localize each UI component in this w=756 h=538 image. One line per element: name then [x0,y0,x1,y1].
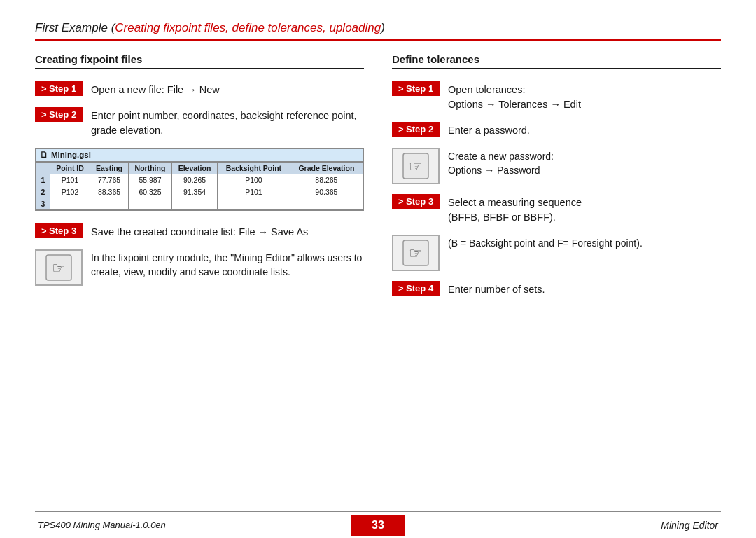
cell-elevation: 90.265 [172,174,217,186]
left-step2-text: Enter point number, coordinates, backsig… [91,107,364,138]
right-step3-row: > Step 3 Select a measuring sequence(BFF… [392,194,721,225]
cell-northing: 55.987 [129,174,172,186]
col-elevation: Elevation [172,163,217,174]
left-step1-row: > Step 1 Open a new file: File → New [35,81,364,97]
cell-elevation: 91.354 [172,186,217,198]
row-num: 3 [36,198,50,210]
cell-grade [290,198,363,210]
content-columns: Creating fixpoint files > Step 1 Open a … [35,53,721,504]
right-step1-text: Open tolerances:Options → Tolerances → E… [448,81,581,112]
cell-elevation [172,198,217,210]
table-row: 1 P101 77.765 55.987 90.265 P100 88.265 [36,174,363,186]
hand-icon-right1: ☞ [392,148,440,184]
cell-pointid: P102 [50,186,90,198]
svg-text:☞: ☞ [52,259,66,277]
right-note1-text: Create a new password:Options → Password [448,148,554,178]
col-backsight: Backsight Point [218,163,290,174]
svg-text:☞: ☞ [409,244,423,262]
right-step1-row: > Step 1 Open tolerances:Options → Toler… [392,81,721,112]
left-step3-text: Save the created coordinate list: File →… [91,223,308,240]
gsi-table-container: 🗋 Mining.gsi Point ID Easting Northing E… [35,148,364,211]
right-step2-text: Enter a password. [448,122,530,138]
cell-pointid: P101 [50,174,90,186]
right-note2-row: ☞ (B = Backsight point and F= Foresight … [392,235,721,271]
cell-easting [90,198,129,210]
title-plain: First Example ( [35,21,115,34]
table-row: 3 [36,198,363,210]
title-end: ) [381,21,385,34]
cell-easting: 77.765 [90,174,129,186]
page-header: First Example (Creating fixpoint files, … [35,21,721,41]
footer-center: 33 [351,515,405,536]
footer-left: TPS400 Mining Manual-1.0.0en [35,520,351,530]
column-right: Define tolerances > Step 1 Open toleranc… [392,53,721,504]
row-num: 1 [36,174,50,186]
cell-northing [129,198,172,210]
table-row: 2 P102 88.365 60.325 91.354 P101 90.365 [36,186,363,198]
cell-backsight: P101 [218,186,290,198]
right-note1-row: ☞ Create a new password:Options → Passwo… [392,148,721,184]
right-step4-row: > Step 4 Enter number of sets. [392,281,721,297]
right-column-heading: Define tolerances [392,53,721,69]
right-step3-badge: > Step 3 [392,194,440,209]
right-step4-text: Enter number of sets. [448,281,545,297]
cell-pointid [50,198,90,210]
col-easting: Easting [90,163,129,174]
col-grade: Grade Elevation [290,163,363,174]
col-blank [36,163,50,174]
gsi-icon: 🗋 [40,150,48,160]
hand-icon-right2: ☞ [392,235,440,271]
left-step3-badge: > Step 3 [35,223,83,238]
right-note2-text: (B = Backsight point and F= Foresight po… [448,235,643,250]
title-red: Creating fixpoint files, define toleranc… [115,21,381,34]
left-column-heading: Creating fixpoint files [35,53,364,69]
right-step4-badge: > Step 4 [392,281,440,296]
gsi-title: Mining.gsi [51,151,91,159]
cell-grade: 90.365 [290,186,363,198]
col-pointid: Point ID [50,163,90,174]
right-step1-badge: > Step 1 [392,81,440,96]
page-footer: TPS400 Mining Manual-1.0.0en 33 Mining E… [35,511,721,538]
left-note-text: In the fixpoint entry module, the "Minin… [91,249,364,280]
right-step2-badge: > Step 2 [392,122,440,137]
gsi-title-bar: 🗋 Mining.gsi [36,149,363,162]
left-step1-text: Open a new file: File → New [91,81,220,97]
gsi-table: Point ID Easting Northing Elevation Back… [36,162,363,210]
svg-text:☞: ☞ [409,158,423,175]
cell-backsight [218,198,290,210]
row-num: 2 [36,186,50,198]
left-note-row: ☞ In the fixpoint entry module, the "Min… [35,249,364,286]
cell-backsight: P100 [218,174,290,186]
page-title: First Example (Creating fixpoint files, … [35,21,721,35]
right-step2-row: > Step 2 Enter a password. [392,122,721,138]
left-step3-row: > Step 3 Save the created coordinate lis… [35,223,364,240]
left-step2-badge: > Step 2 [35,107,83,122]
hand-icon-left: ☞ [35,249,83,286]
column-left: Creating fixpoint files > Step 1 Open a … [35,53,364,504]
page-container: First Example (Creating fixpoint files, … [0,0,756,538]
cell-easting: 88.365 [90,186,129,198]
right-step3-text: Select a measuring sequence(BFFB, BFBF o… [448,194,582,225]
left-step2-row: > Step 2 Enter point number, coordinates… [35,107,364,138]
col-northing: Northing [129,163,172,174]
left-step1-badge: > Step 1 [35,81,83,96]
cell-northing: 60.325 [129,186,172,198]
footer-right: Mining Editor [405,520,721,531]
cell-grade: 88.265 [290,174,363,186]
